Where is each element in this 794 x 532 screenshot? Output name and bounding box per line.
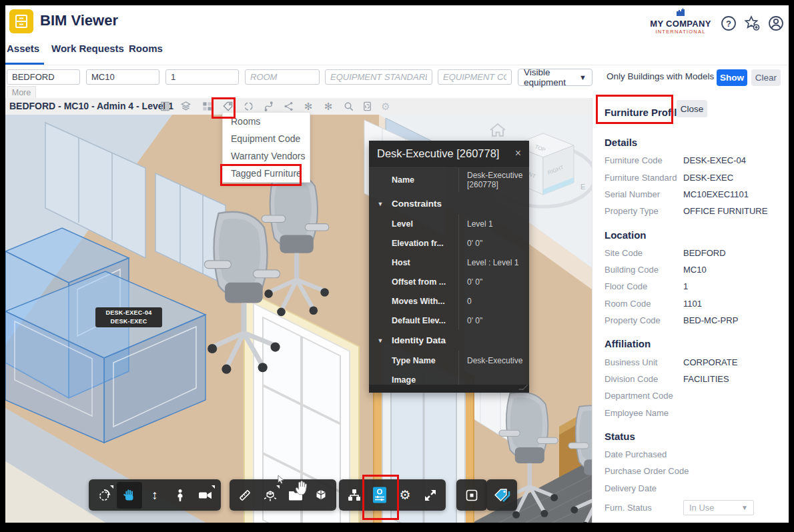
profile-row: Property TypeOFFICE FURNITURE xyxy=(605,203,779,219)
room-filter-input[interactable] xyxy=(245,69,320,85)
first-person-icon[interactable] xyxy=(167,482,193,509)
profile-row: Employee Name xyxy=(605,405,779,421)
profile-row: Department Code xyxy=(605,387,779,404)
profile-row: Room Code1101 xyxy=(605,295,779,312)
comment-toolbar xyxy=(456,479,487,511)
close-icon[interactable]: × xyxy=(515,147,521,159)
section-heading: Location xyxy=(605,229,779,241)
site-filter-input[interactable] xyxy=(7,69,80,85)
share-icon[interactable] xyxy=(282,100,295,113)
section-affiliation: Affiliation Business UnitCORPORATE Divis… xyxy=(605,338,779,421)
gear-flower-icon-2[interactable]: ✻ xyxy=(322,100,335,113)
tag-toolbar xyxy=(486,479,517,511)
company-building-icon xyxy=(647,7,714,19)
chevron-down-icon: ▼ xyxy=(741,504,748,511)
orbit-icon[interactable] xyxy=(91,482,117,509)
tag-blue-icon[interactable] xyxy=(489,482,514,509)
properties-panel-title: Desk-Executive [260778] × xyxy=(369,141,529,167)
pan-hand-icon[interactable] xyxy=(117,482,142,509)
profile-close-button[interactable]: Close xyxy=(677,100,707,117)
building-icon[interactable] xyxy=(158,100,171,113)
equipment-standard-filter-input[interactable] xyxy=(325,69,432,85)
property-row: Moves With...0 xyxy=(369,291,529,311)
settings-gear-icon[interactable]: ⚙ xyxy=(379,100,392,113)
camera-icon[interactable] xyxy=(193,482,218,509)
menu-item-equipment-code[interactable]: Equipment Code xyxy=(223,130,310,147)
grid-icon[interactable] xyxy=(200,100,214,113)
section-location: Location Site CodeBEDFORD Building CodeM… xyxy=(605,229,779,329)
route-icon[interactable] xyxy=(262,100,275,113)
profile-row: Floor Code1 xyxy=(605,278,779,295)
visibility-select-value: Visible equipment xyxy=(524,67,579,87)
account-user-icon[interactable] xyxy=(768,15,784,31)
fullscreen-icon[interactable] xyxy=(418,482,443,509)
building-filter-input[interactable] xyxy=(86,69,159,85)
furn-status-select[interactable]: In Use ▼ xyxy=(683,500,754,515)
equipment-code-filter-input[interactable] xyxy=(438,69,512,85)
page-title: BIM Viewer xyxy=(40,12,118,29)
property-row: Type NameDesk-Executive xyxy=(369,351,529,370)
profile-header: Furniture Profile Close xyxy=(592,98,789,127)
element-properties-panel: Desk-Executive [260778] × NameDesk-Execu… xyxy=(369,141,529,393)
chevron-down-icon: ▼ xyxy=(579,73,586,81)
gear-flower-icon[interactable]: ✻ xyxy=(302,100,315,113)
tag-icon[interactable] xyxy=(221,100,234,113)
menu-item-rooms[interactable]: Rooms xyxy=(223,113,310,130)
profile-row: Furniture CodeDESK-EXEC-04 xyxy=(605,152,779,169)
menu-item-warranty-vendors[interactable]: Warranty Vendors xyxy=(223,147,310,165)
active-tab-underline xyxy=(5,63,44,65)
profile-row: Business UnitCORPORATE xyxy=(605,353,779,370)
floor-filter-input[interactable] xyxy=(165,69,239,85)
zoom-updown-icon[interactable]: ↕ xyxy=(142,482,167,509)
cube-icon[interactable] xyxy=(308,482,334,509)
doc-sync-icon[interactable] xyxy=(360,100,374,113)
tag-dropdown-menu: Rooms Equipment Code Warranty Vendors Ta… xyxy=(222,112,310,183)
profile-row: Property CodeBED-MC-PRP xyxy=(605,312,779,329)
profile-row: Building CodeMC10 xyxy=(605,261,779,278)
help-icon[interactable]: ? xyxy=(721,15,737,31)
profile-row: Division CodeFACILITIES xyxy=(605,371,779,387)
viewer-breadcrumb: BEDFORD - MC10 - Admin 4 - Level 1 xyxy=(9,101,173,111)
properties-card-icon[interactable] xyxy=(367,482,392,509)
comment-box-icon[interactable] xyxy=(459,482,484,509)
measure-ruler-icon[interactable] xyxy=(232,482,258,509)
tab-work-requests[interactable]: Work Requests xyxy=(51,43,124,54)
profile-row: Serial NumberMC10EXEC1101 xyxy=(605,186,779,203)
profile-row: Purchase Order Code xyxy=(605,463,779,479)
svg-text:?: ? xyxy=(726,19,731,29)
profile-row: Furniture StandardDESK-EXEC xyxy=(605,169,779,185)
navigation-toolbar: ↕ xyxy=(89,479,221,511)
favorites-star-icon[interactable] xyxy=(744,15,760,31)
submenu-corner xyxy=(110,485,113,489)
section-heading: Status xyxy=(605,431,779,442)
profile-row: Furn. Status In Use ▼ xyxy=(605,497,779,519)
model-tree-icon[interactable] xyxy=(342,482,367,509)
section-constraints[interactable]: ▼Constraints xyxy=(369,193,529,214)
visibility-select[interactable]: Visible equipment ▼ xyxy=(518,69,592,86)
refresh-icon[interactable] xyxy=(242,100,255,113)
section-heading: Details xyxy=(605,137,779,148)
search-icon[interactable] xyxy=(342,100,355,113)
show-button[interactable]: Show xyxy=(717,69,747,86)
section-identity-data[interactable]: ▼Identity Data xyxy=(369,330,529,351)
tab-rooms[interactable]: Rooms xyxy=(129,43,163,54)
collapse-triangle-icon: ▼ xyxy=(369,337,392,344)
property-row: Offset from ...0' 0" xyxy=(369,272,529,291)
furniture-profile-panel: Furniture Profile Close Details Furnitur… xyxy=(592,98,789,523)
submenu-corner xyxy=(212,485,215,489)
viewer-settings-gear-icon[interactable]: ⚙ xyxy=(392,482,418,509)
menu-item-tagged-furniture[interactable]: Tagged Furniture xyxy=(223,165,310,182)
company-subtitle: INTERNATIONAL xyxy=(647,29,714,35)
profile-row: Site CodeBEDFORD xyxy=(605,245,779,261)
selection-tag-label[interactable]: DESK-EXEC-04 DESK-EXEC xyxy=(95,307,162,327)
clear-button[interactable]: Clear xyxy=(751,69,781,86)
section-heading: Affiliation xyxy=(605,338,779,349)
company-logo: MY COMPANY INTERNATIONAL xyxy=(647,7,714,35)
panels-toolbar: ⚙ xyxy=(339,479,446,511)
property-row: Default Elev...0' 0" xyxy=(369,311,529,330)
panel-footer xyxy=(369,385,529,393)
furn-status-value: In Use xyxy=(689,503,715,513)
tab-assets[interactable]: Assets xyxy=(7,43,39,54)
more-button[interactable]: More xyxy=(7,86,36,99)
layers-icon[interactable] xyxy=(179,100,192,113)
